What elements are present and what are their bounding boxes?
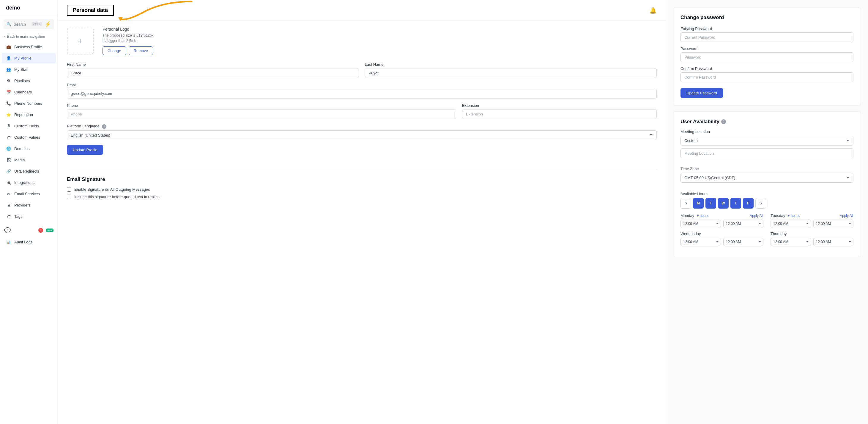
chat-icon: 💬 — [4, 227, 11, 233]
page-title: Personal data — [67, 5, 114, 16]
update-profile-button[interactable]: Update Profile — [67, 145, 103, 155]
monday-from-select[interactable]: 12:00 AM — [681, 220, 721, 228]
logo-buttons: Change Remove — [102, 47, 153, 55]
tuesday-from-select[interactable]: 12:00 AM — [771, 220, 811, 228]
logo-section: + Personal Logo The proposed size is 512… — [67, 27, 657, 55]
app-logo: demo — [0, 0, 58, 16]
language-select[interactable]: English (United States) — [67, 130, 657, 140]
sidebar-item-tags[interactable]: 🏷 Tags — [2, 211, 56, 222]
day-btn-thursday[interactable]: T — [731, 198, 741, 208]
language-row: Platform Language ? English (United Stat… — [67, 124, 657, 140]
chevron-left-icon: ‹ — [4, 34, 5, 39]
include-signature-checkbox[interactable] — [67, 195, 71, 199]
sidebar-item-email-services[interactable]: ✉ Email Services — [2, 188, 56, 199]
tuesday-plus-hours[interactable]: + hours — [787, 214, 799, 218]
center-panel: Personal data 🔔 + Personal Logo The prop… — [58, 0, 666, 424]
sidebar-item-business-profile[interactable]: 💼 Business Profile — [2, 41, 56, 52]
sidebar-item-label: Reputation — [14, 112, 33, 117]
sidebar: demo 🔍 Search ctrl K ⚡ ‹ Back to main na… — [0, 0, 58, 424]
globe-icon: 🌐 — [6, 146, 11, 151]
bell-icon[interactable]: 🔔 — [649, 7, 657, 14]
thursday-hours-group: Thursday 12:00 AM 12:00 AM — [771, 231, 854, 246]
logo-hint: The proposed size is 512*512px no bigger… — [102, 33, 153, 44]
help-icon-availability[interactable]: ? — [721, 119, 726, 124]
sidebar-item-my-staff[interactable]: 👥 My Staff — [2, 64, 56, 75]
first-name-group: First Name — [67, 62, 359, 78]
page-header: Personal data 🔔 — [58, 0, 665, 21]
password-input[interactable] — [681, 52, 854, 62]
wednesday-from-select[interactable]: 12:00 AM — [681, 238, 721, 246]
day-btn-saturday[interactable]: S — [755, 198, 766, 208]
search-label: Search — [14, 22, 26, 27]
meeting-location-input[interactable] — [681, 148, 854, 158]
thursday-to-select[interactable]: 12:00 AM — [813, 238, 854, 246]
day-btn-sunday1[interactable]: S — [681, 198, 691, 208]
first-name-input[interactable] — [67, 68, 359, 78]
day-btn-tuesday[interactable]: T — [706, 198, 716, 208]
sidebar-item-label: Tags — [14, 214, 22, 219]
sidebar-item-domains[interactable]: 🌐 Domains — [2, 143, 56, 154]
change-password-title: Change password — [681, 15, 854, 21]
sidebar-item-providers[interactable]: 🖥 Providers — [2, 200, 56, 210]
email-signature-title: Email Signature — [67, 176, 657, 182]
back-label: Back to main navigation — [7, 34, 45, 39]
remove-logo-button[interactable]: Remove — [129, 47, 153, 55]
enable-signature-checkbox[interactable] — [67, 187, 71, 192]
tuesday-to-select[interactable]: 12:00 AM — [813, 220, 854, 228]
sidebar-item-url-redirects[interactable]: 🔗 URL Redirects — [2, 166, 56, 176]
thursday-hours-header: Thursday — [771, 231, 854, 236]
chat-item[interactable]: 💬 2 new — [0, 224, 58, 236]
timezone-label: Time Zone — [681, 167, 854, 171]
existing-password-input[interactable] — [681, 32, 854, 42]
phone-input[interactable] — [67, 109, 456, 119]
phone-group: Phone — [67, 103, 456, 119]
sliders-icon: 🎚 — [6, 123, 11, 129]
monday-to-select[interactable]: 12:00 AM — [723, 220, 764, 228]
tuesday-apply-all[interactable]: Apply All — [840, 214, 854, 218]
sidebar-item-custom-values[interactable]: 🏷 Custom Values — [2, 132, 56, 143]
update-password-button[interactable]: Update Password — [681, 88, 723, 98]
lightning-icon: ⚡ — [44, 21, 51, 27]
sidebar-item-calendars[interactable]: 📅 Calendars — [2, 87, 56, 97]
sidebar-item-my-profile[interactable]: 👤 My Profile — [2, 53, 56, 63]
phone-row: Phone Extension — [67, 103, 657, 119]
phone-icon: 📞 — [6, 101, 11, 106]
wednesday-hours-group: Wednesday 12:00 AM 12:00 AM — [681, 231, 764, 246]
timezone-select[interactable]: GMT-05:00 US/Central (CDT) — [681, 173, 854, 183]
language-group: Platform Language ? English (United Stat… — [67, 124, 657, 140]
day-btn-wednesday[interactable]: W — [718, 198, 728, 208]
confirm-password-group: Confirm Password — [681, 66, 854, 82]
sidebar-item-pipelines[interactable]: ⚙ Pipelines — [2, 75, 56, 86]
day-buttons-row: S M T W T F S — [681, 198, 854, 208]
phone-label: Phone — [67, 103, 456, 108]
thursday-from-select[interactable]: 12:00 AM — [771, 238, 811, 246]
sidebar-item-media[interactable]: 🖼 Media — [2, 154, 56, 165]
email-input[interactable] — [67, 89, 657, 98]
monday-plus-hours[interactable]: + hours — [696, 214, 708, 218]
last-name-input[interactable] — [365, 68, 657, 78]
tag2-icon: 🏷 — [6, 214, 11, 219]
wednesday-to-select[interactable]: 12:00 AM — [723, 238, 764, 246]
meeting-location-select[interactable]: Custom — [681, 136, 854, 145]
sidebar-item-label: Custom Fields — [14, 124, 39, 128]
tuesday-hours-header: Tuesday + hours Apply All — [771, 213, 854, 218]
search-bar[interactable]: 🔍 Search ctrl K ⚡ — [4, 19, 54, 29]
last-name-group: Last Name — [365, 62, 657, 78]
sidebar-item-reputation[interactable]: ⭐ Reputation — [2, 109, 56, 120]
extension-input[interactable] — [462, 109, 657, 119]
day-btn-friday[interactable]: F — [743, 198, 753, 208]
sidebar-item-phone-numbers[interactable]: 📞 Phone Numbers — [2, 98, 56, 109]
star-icon: ⭐ — [6, 112, 11, 117]
day-btn-monday[interactable]: M — [693, 198, 704, 208]
logo-upload-area[interactable]: + — [67, 28, 94, 54]
confirm-password-input[interactable] — [681, 72, 854, 82]
sidebar-item-integrations[interactable]: 🔌 Integrations — [2, 177, 56, 188]
change-logo-button[interactable]: Change — [102, 47, 126, 55]
back-navigation[interactable]: ‹ Back to main navigation — [0, 32, 58, 41]
monday-apply-all[interactable]: Apply All — [750, 214, 764, 218]
sidebar-item-label: Providers — [14, 203, 31, 207]
sidebar-item-audit-logs[interactable]: 📊 Audit Logs — [2, 236, 56, 247]
sidebar-item-custom-fields[interactable]: 🎚 Custom Fields — [2, 120, 56, 131]
center-body: + Personal Logo The proposed size is 512… — [58, 21, 665, 208]
language-label: Platform Language ? — [67, 124, 657, 129]
